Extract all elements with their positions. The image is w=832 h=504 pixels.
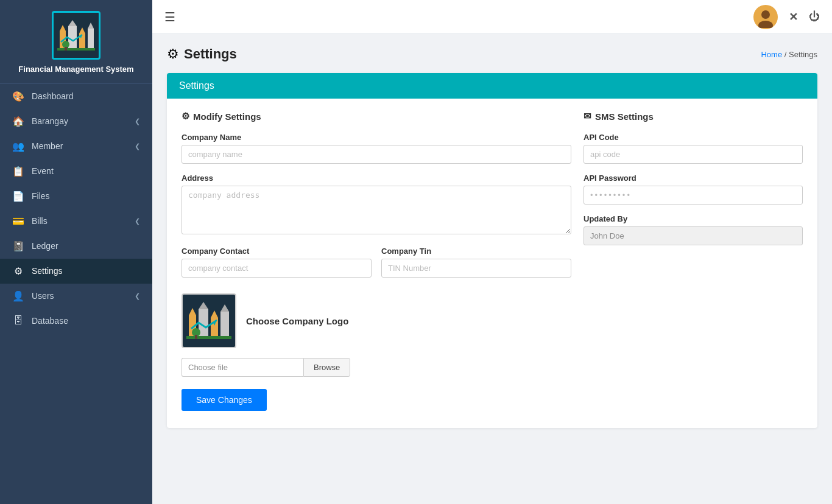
breadcrumb-home[interactable]: Home <box>761 50 782 59</box>
sidebar-item-barangay[interactable]: 🏠 Barangay ❮ <box>0 109 152 134</box>
gear-icon: ⚙ <box>182 111 189 122</box>
contact-tin-row: Company Contact Company Tin <box>182 247 571 287</box>
company-tin-group: Company Tin <box>381 247 571 278</box>
svg-rect-2 <box>68 26 77 48</box>
sidebar-item-member[interactable]: 👥 Member ❮ <box>0 134 152 159</box>
api-code-input[interactable] <box>583 145 803 164</box>
address-input[interactable] <box>182 186 571 234</box>
files-icon: 📄 <box>12 191 24 202</box>
database-icon: 🗄 <box>12 315 24 326</box>
logo-choose-label: Choose Company Logo <box>246 316 348 326</box>
sidebar-item-event[interactable]: 📋 Event <box>0 159 152 184</box>
sms-settings-form: API Code API Password Updated By <box>583 133 803 411</box>
settings-icon: ⚙ <box>12 265 24 277</box>
app-title: Financial Management System <box>18 65 133 75</box>
card-header: Settings <box>167 73 817 99</box>
svg-rect-4 <box>88 29 94 48</box>
page-header: ⚙ Settings Home / Settings <box>167 46 817 62</box>
sidebar: Financial Management System 🎨 Dashboard … <box>0 0 152 504</box>
modify-settings-title: ⚙ Modify Settings <box>182 111 583 122</box>
event-icon: 📋 <box>12 166 24 177</box>
api-password-group: API Password <box>583 173 803 205</box>
email-icon: ✉ <box>583 111 591 122</box>
close-icon[interactable]: ✕ <box>789 10 798 24</box>
sms-settings-section-header: ✉ SMS Settings <box>583 111 803 122</box>
browse-button[interactable]: Browse <box>303 358 350 377</box>
company-contact-input[interactable] <box>182 259 372 278</box>
member-icon: 👥 <box>12 141 24 152</box>
barangay-icon: 🏠 <box>12 116 24 127</box>
api-code-group: API Code <box>583 133 803 164</box>
app-logo <box>52 11 100 60</box>
sidebar-item-files[interactable]: 📄 Files <box>0 184 152 209</box>
sidebar-item-ledger[interactable]: 📓 Ledger <box>0 234 152 259</box>
file-input-group: Choose file Browse <box>182 358 571 377</box>
page-title: Settings <box>184 46 237 62</box>
logo-area: Financial Management System <box>0 0 152 84</box>
dashboard-icon: 🎨 <box>12 91 24 102</box>
sidebar-nav: 🎨 Dashboard 🏠 Barangay ❮ 👥 Member ❮ 📋 Ev… <box>0 84 152 333</box>
company-logo-preview <box>182 293 236 348</box>
api-password-input[interactable] <box>583 186 803 205</box>
svg-rect-11 <box>65 47 67 51</box>
save-changes-button[interactable]: Save Changes <box>182 389 267 411</box>
svg-rect-9 <box>57 48 95 51</box>
api-code-label: API Code <box>583 133 803 142</box>
content-area: ⚙ Settings Home / Settings Settings ⚙ Mo… <box>152 34 832 504</box>
sidebar-item-settings[interactable]: ⚙ Settings <box>0 259 152 284</box>
updated-by-input <box>583 226 803 245</box>
ledger-icon: 📓 <box>12 240 24 252</box>
chevron-right-icon: ❮ <box>135 217 140 225</box>
chevron-right-icon: ❮ <box>135 142 140 150</box>
form-grid: Company Name Address Company Contact <box>182 133 803 411</box>
svg-rect-26 <box>186 336 231 339</box>
updated-by-group: Updated By <box>583 214 803 245</box>
svg-rect-28 <box>195 335 197 339</box>
power-icon[interactable]: ⏻ <box>809 10 820 23</box>
settings-card: Settings ⚙ Modify Settings ✉ SMS Setting… <box>167 73 817 428</box>
chevron-right-icon: ❮ <box>135 117 140 125</box>
svg-rect-13 <box>57 52 95 55</box>
company-contact-group: Company Contact <box>182 247 372 278</box>
breadcrumb-current: Settings <box>789 50 817 59</box>
main-area: ☰ ✕ ⏻ ⚙ Settings Home / <box>152 0 832 504</box>
sms-settings-title: ✉ SMS Settings <box>583 111 803 122</box>
bills-icon: 💳 <box>12 215 24 227</box>
sidebar-item-dashboard[interactable]: 🎨 Dashboard <box>0 84 152 109</box>
users-icon: 👤 <box>12 290 24 302</box>
updated-by-label: Updated By <box>583 214 803 223</box>
modify-settings-form: Company Name Address Company Contact <box>182 133 571 411</box>
breadcrumb: Home / Settings <box>761 50 817 59</box>
company-tin-label: Company Tin <box>381 247 571 256</box>
svg-rect-30 <box>186 340 231 345</box>
topbar: ☰ ✕ ⏻ <box>152 0 832 34</box>
company-name-input[interactable] <box>182 145 571 164</box>
modify-settings-section-header: ⚙ Modify Settings <box>182 111 583 122</box>
sidebar-item-bills[interactable]: 💳 Bills ❮ <box>0 209 152 234</box>
company-name-group: Company Name <box>182 133 571 164</box>
address-label: Address <box>182 173 571 183</box>
page-title-row: ⚙ Settings <box>167 46 237 62</box>
topbar-actions: ✕ ⏻ <box>753 5 820 29</box>
section-headers: ⚙ Modify Settings ✉ SMS Settings <box>182 111 803 122</box>
chevron-right-icon: ❮ <box>135 292 140 300</box>
company-contact-label: Company Contact <box>182 247 372 256</box>
svg-rect-21 <box>220 312 229 336</box>
company-name-label: Company Name <box>182 133 571 142</box>
hamburger-button[interactable]: ☰ <box>164 10 175 24</box>
page-title-icon: ⚙ <box>167 46 179 62</box>
logo-chooser: Choose Company Logo <box>182 293 571 348</box>
company-tin-input[interactable] <box>381 259 571 278</box>
card-body: ⚙ Modify Settings ✉ SMS Settings <box>167 99 817 428</box>
breadcrumb-separator: / <box>784 50 789 59</box>
sidebar-item-users[interactable]: 👤 Users ❮ <box>0 284 152 309</box>
svg-point-15 <box>761 10 770 19</box>
sidebar-item-database[interactable]: 🗄 Database <box>0 309 152 333</box>
avatar[interactable] <box>753 5 778 29</box>
api-password-label: API Password <box>583 173 803 183</box>
address-group: Address <box>182 173 571 237</box>
file-text-display: Choose file <box>182 358 303 377</box>
